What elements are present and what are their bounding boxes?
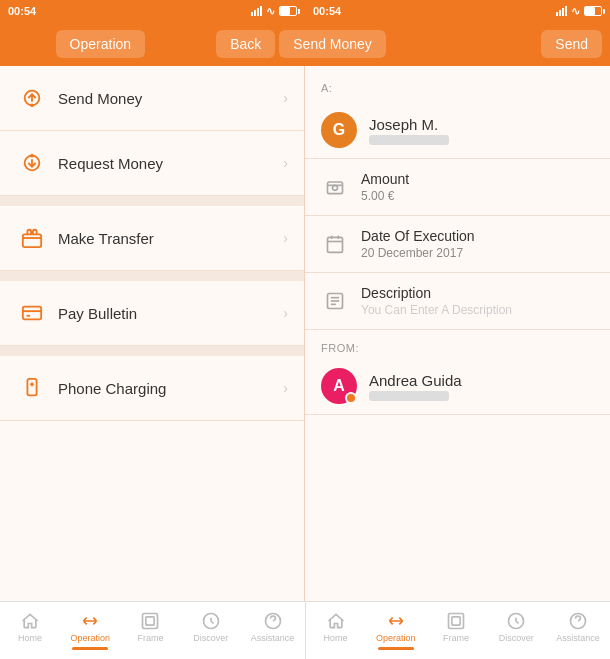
menu-gap-1 (0, 196, 304, 206)
amount-content: Amount 5.00 € (361, 171, 409, 203)
request-money-icon (16, 147, 48, 179)
tab-right-operation-label: Operation (376, 633, 416, 643)
phone-charging-label: Phone Charging (58, 380, 283, 397)
tab-right-frame-label: Frame (443, 633, 469, 643)
to-label: A: (305, 78, 610, 102)
menu-item-send-money[interactable]: Send Money › (0, 66, 304, 131)
amount-title: Amount (361, 171, 409, 187)
nav-section-left: Operation (0, 22, 201, 66)
svg-rect-24 (146, 617, 154, 625)
tab-bars: Home Operation Frame Discover (0, 601, 610, 659)
amount-value: 5.00 € (361, 189, 409, 203)
tab-left-frame[interactable]: Frame (130, 611, 170, 650)
status-bars: 00:54 ∿ 00:54 ∿ (0, 0, 610, 22)
status-bar-left: 00:54 ∿ (0, 0, 305, 22)
tab-left-operation-label: Operation (71, 633, 111, 643)
transfer-label: Make Transfer (58, 230, 283, 247)
tab-left-home[interactable]: Home (10, 611, 50, 650)
tab-left-operation[interactable]: Operation (70, 611, 110, 650)
wifi-icon-left: ∿ (266, 5, 275, 18)
transfer-icon (16, 222, 48, 254)
from-label: FROM: (305, 330, 610, 358)
recipient-info: Joseph M. (369, 116, 449, 145)
svg-rect-27 (448, 614, 463, 629)
tab-right-frame[interactable]: Frame (436, 611, 476, 650)
tab-bar-left: Home Operation Frame Discover (0, 602, 305, 659)
sender-name: Andrea Guida (369, 372, 462, 389)
request-money-chevron: › (283, 155, 288, 171)
pay-bulletin-icon (16, 297, 48, 329)
time-right: 00:54 (313, 5, 341, 17)
description-row[interactable]: Description You Can Enter A Description (305, 273, 610, 330)
phone-charging-icon (16, 372, 48, 404)
tab-right-home-label: Home (324, 633, 348, 643)
description-content: Description You Can Enter A Description (361, 285, 512, 317)
tab-left-assistance[interactable]: Assistance (251, 611, 295, 650)
menu-item-pay-bulletin[interactable]: Pay Bulletin › (0, 281, 304, 346)
svg-rect-9 (27, 379, 36, 396)
send-money-button[interactable]: Send Money (279, 30, 386, 58)
menu-item-transfer[interactable]: Make Transfer › (0, 206, 304, 271)
wifi-icon-right: ∿ (571, 5, 580, 18)
pay-bulletin-chevron: › (283, 305, 288, 321)
pay-bulletin-label: Pay Bulletin (58, 305, 283, 322)
request-money-label: Request Money (58, 155, 283, 172)
send-button[interactable]: Send (541, 30, 602, 58)
recipient-sub (369, 135, 449, 145)
left-panel: Send Money › Request Money › (0, 66, 305, 601)
tab-right-home[interactable]: Home (316, 611, 356, 650)
date-row: Date Of Execution 20 December 2017 (305, 216, 610, 273)
date-value: 20 December 2017 (361, 246, 475, 260)
menu-gap-3 (0, 346, 304, 356)
nav-headers: Operation Back Send Money Send (0, 22, 610, 66)
send-money-chevron: › (283, 90, 288, 106)
recipient-row: G Joseph M. (305, 102, 610, 159)
signal-icon-right (556, 6, 567, 16)
sender-sub (369, 391, 449, 401)
sender-initial: A (333, 377, 345, 395)
amount-icon (321, 173, 349, 201)
signal-icon-left (251, 6, 262, 16)
tab-left-discover[interactable]: Discover (191, 611, 231, 650)
svg-point-1 (31, 104, 33, 106)
date-content: Date Of Execution 20 December 2017 (361, 228, 475, 260)
svg-rect-12 (328, 182, 343, 194)
nav-section-right: Send (401, 22, 610, 66)
tab-right-discover-label: Discover (499, 633, 534, 643)
back-button[interactable]: Back (216, 30, 275, 58)
tab-right-operation[interactable]: Operation (376, 611, 416, 650)
send-money-label: Send Money (58, 90, 283, 107)
tab-bar-right: Home Operation Frame Discover (306, 602, 611, 659)
recipient-name: Joseph M. (369, 116, 449, 133)
tab-left-frame-label: Frame (137, 633, 163, 643)
tab-right-discover[interactable]: Discover (496, 611, 536, 650)
menu-item-phone-charging[interactable]: Phone Charging › (0, 356, 304, 421)
tab-left-home-label: Home (18, 633, 42, 643)
tab-right-assistance-label: Assistance (556, 633, 600, 643)
tab-right-assistance[interactable]: Assistance (556, 611, 600, 650)
nav-section-center: Back Send Money (201, 22, 402, 66)
menu-item-request-money[interactable]: Request Money › (0, 131, 304, 196)
transfer-chevron: › (283, 230, 288, 246)
recipient-initial: G (333, 121, 345, 139)
description-title: Description (361, 285, 512, 301)
battery-icon-right (584, 6, 602, 16)
battery-icon-left (279, 6, 297, 16)
svg-rect-15 (328, 237, 343, 252)
main-content: Send Money › Request Money › (0, 66, 610, 601)
status-icons-left: ∿ (251, 5, 297, 18)
operation-button[interactable]: Operation (56, 30, 145, 58)
svg-rect-23 (143, 614, 158, 629)
sender-row: A Andrea Guida (305, 358, 610, 415)
svg-rect-6 (23, 307, 41, 320)
svg-rect-28 (452, 617, 460, 625)
phone-charging-chevron: › (283, 380, 288, 396)
right-panel: A: G Joseph M. Amount 5.00 € (305, 66, 610, 601)
status-icons-right: ∿ (556, 5, 602, 18)
tab-left-discover-label: Discover (193, 633, 228, 643)
sender-info: Andrea Guida (369, 372, 462, 401)
date-icon (321, 230, 349, 258)
recipient-avatar: G (321, 112, 357, 148)
sender-avatar-wrapper: A (321, 368, 357, 404)
svg-rect-4 (23, 234, 41, 247)
